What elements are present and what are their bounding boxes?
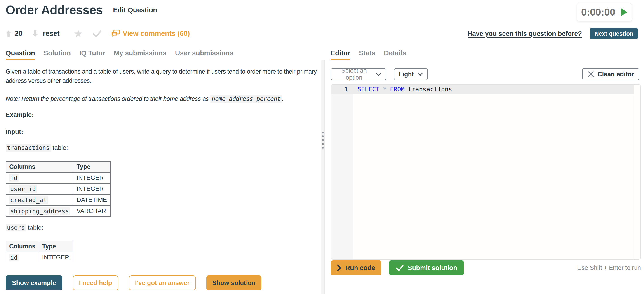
transactions-label-suffix: table: (51, 144, 68, 151)
editor-panel: Select an option Light Clean editor (330, 60, 641, 294)
tab-details[interactable]: Details (384, 49, 406, 60)
tab-editor[interactable]: Editor (330, 49, 350, 60)
clean-editor-label: Clean editor (598, 71, 634, 78)
column-header: Columns (6, 161, 73, 172)
theme-select-value: Light (399, 71, 414, 78)
table-row: created_at DATETIME (6, 194, 110, 206)
editor-actions: Run code Submit solution Use Shift + Ent… (331, 260, 641, 275)
left-panel-tabs: Question Solution IQ Tutor My submission… (6, 49, 234, 60)
run-chevron-icon (337, 265, 341, 271)
question-content: Given a table of transactions and a tabl… (0, 60, 321, 262)
submit-solution-label: Submit solution (408, 264, 457, 272)
table-row: shipping_address VARCHAR (6, 206, 110, 217)
language-select[interactable]: Select an option (330, 68, 386, 80)
sql-keyword: FROM (390, 86, 405, 93)
meta-right: Have you seen this question before? Next… (468, 28, 638, 39)
show-solution-button[interactable]: Show solution (206, 276, 261, 291)
column-type: INTEGER (39, 252, 73, 262)
submit-check-icon (396, 265, 404, 271)
column-name: user_id (9, 185, 37, 193)
column-name: id (9, 254, 18, 261)
page-title: Order Addresses (6, 3, 102, 17)
header-title-row: Order Addresses Edit Question (6, 3, 157, 17)
question-note: Note: Return the percentage of transacti… (6, 95, 320, 102)
language-select-value: Select an option (336, 67, 372, 81)
show-example-button[interactable]: Show example (6, 276, 62, 291)
need-help-button[interactable]: I need help (73, 276, 118, 291)
tab-stats[interactable]: Stats (359, 49, 375, 60)
table-row: user_id INTEGER (6, 183, 110, 194)
downvote-icon[interactable] (32, 30, 38, 37)
sql-operator: * (383, 86, 387, 93)
next-question-button[interactable]: Next question (590, 28, 638, 39)
example-label: Example: (6, 111, 34, 119)
code-line: SELECT*FROMtransactions (358, 85, 452, 94)
transactions-table-name: transactions (6, 144, 51, 152)
column-name: created_at (9, 196, 48, 204)
tab-user-submissions[interactable]: User submissions (175, 49, 234, 60)
close-icon (588, 71, 594, 78)
panel-resize-handle[interactable] (321, 60, 325, 294)
tab-question[interactable]: Question (6, 49, 35, 60)
right-panel-tabs: Editor Stats Details (330, 49, 406, 60)
column-type: INTEGER (73, 172, 110, 183)
vote-count: 20 (15, 29, 22, 38)
run-code-button[interactable]: Run code (331, 260, 382, 275)
submit-solution-button[interactable]: Submit solution (389, 260, 464, 275)
edit-question-link[interactable]: Edit Question (113, 6, 157, 14)
editor-gutter (331, 85, 353, 259)
theme-select[interactable]: Light (394, 68, 428, 80)
seen-before-link[interactable]: Have you seen this question before? (468, 30, 582, 37)
chevron-down-icon (376, 73, 382, 76)
question-text: Given a table of transactions and a tabl… (6, 67, 320, 86)
column-name: id (9, 174, 18, 182)
upvote-icon[interactable] (6, 30, 12, 37)
code-editor[interactable]: 1 SELECT*FROMtransactions (331, 84, 641, 260)
drag-dots-icon (322, 132, 324, 149)
view-comments-link[interactable]: View comments (60) (123, 29, 190, 38)
tab-iq-tutor[interactable]: IQ Tutor (79, 49, 105, 60)
transactions-table-label: transactions table: (6, 144, 68, 151)
sql-keyword: SELECT (358, 86, 380, 93)
sql-identifier: transactions (408, 86, 452, 93)
table-row: id INTEGER (6, 252, 73, 262)
column-type: INTEGER (73, 183, 110, 194)
meta-row: 20 reset ★ View comments (60) (6, 28, 190, 39)
timer-value: 0:00:00 (581, 6, 616, 18)
editor-scrollbar-track[interactable] (633, 85, 633, 259)
tab-my-submissions[interactable]: My submissions (114, 49, 166, 60)
table-row: id INTEGER (6, 172, 110, 183)
input-label: Input: (6, 128, 23, 135)
question-actions: Show example I need help I've got an ans… (6, 276, 262, 291)
shortcut-hint: Use Shift + Enter to run (577, 265, 641, 272)
users-table-name: users (6, 224, 26, 232)
run-code-label: Run code (345, 264, 375, 272)
users-label-suffix: table: (26, 224, 43, 231)
clean-editor-button[interactable]: Clean editor (582, 68, 640, 80)
tab-solution[interactable]: Solution (44, 49, 71, 60)
got-answer-button[interactable]: I've got an answer (129, 276, 196, 291)
reset-button[interactable]: reset (43, 29, 60, 38)
tabs-row: Question Solution IQ Tutor My submission… (0, 49, 644, 59)
note-code: home_address_percent (210, 95, 282, 103)
line-number: 1 (331, 85, 353, 94)
users-table-clip: Columns Type id INTEGER (6, 241, 73, 262)
column-type: VARCHAR (73, 206, 110, 217)
transactions-schema-table: Columns Type id INTEGER user_id INTEGER … (6, 161, 111, 217)
timer-card: 0:00:00 (577, 3, 632, 21)
star-icon[interactable]: ★ (74, 28, 83, 39)
users-schema-table: Columns Type id INTEGER (6, 241, 73, 262)
app-root: Order Addresses Edit Question 0:00:00 20… (0, 0, 644, 294)
editor-toolbar: Select an option Light Clean editor (330, 68, 641, 80)
column-header: Columns (6, 241, 39, 252)
chevron-down-icon (417, 73, 423, 76)
column-name: shipping_address (9, 207, 70, 215)
column-type: DATETIME (73, 194, 110, 206)
users-table-label: users table: (6, 224, 44, 231)
type-header: Type (73, 161, 110, 172)
comments-icon[interactable] (111, 29, 120, 38)
play-icon[interactable] (621, 8, 628, 16)
check-icon[interactable] (92, 30, 102, 37)
note-prefix: Note: Return the percentage of transacti… (6, 95, 210, 102)
note-suffix: . (282, 95, 284, 102)
